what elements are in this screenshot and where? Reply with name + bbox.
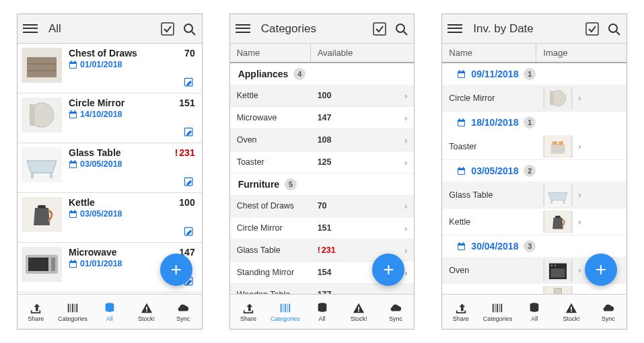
nav-all[interactable]: All (91, 295, 128, 329)
list-item[interactable]: Kettle 03/05/2018 100 (17, 193, 202, 243)
group-count: 5 (285, 178, 297, 190)
nav-share[interactable]: Share (442, 295, 479, 329)
table-row[interactable]: Oven 108 › (230, 129, 415, 151)
nav-share[interactable]: Share (17, 295, 55, 329)
grid-header: Name Image (442, 44, 627, 63)
screen-all: All Chest of Draws 01/01/2018 70 Circle … (17, 13, 203, 330)
item-thumbnail (22, 247, 62, 282)
cell-image (543, 211, 578, 233)
page-title: Inv. by Date (469, 22, 578, 36)
cell-image (543, 286, 578, 295)
edit-icon[interactable] (183, 176, 195, 188)
group-count: 2 (524, 165, 536, 177)
add-button[interactable]: + (160, 254, 192, 286)
item-date: 01/01/2018 (69, 259, 171, 268)
nav-sync[interactable]: Sync (165, 295, 202, 329)
chevron-right-icon: › (578, 190, 581, 200)
item-date: 03/05/2018 (69, 159, 171, 169)
add-button[interactable]: + (372, 254, 404, 286)
cell-image (543, 259, 578, 282)
chevron-right-icon: › (404, 268, 407, 278)
select-mode-icon[interactable] (372, 22, 387, 36)
cell-available: 147 (318, 113, 404, 122)
cell-available: 108 (318, 135, 404, 145)
item-thumbnail (22, 98, 62, 132)
cell-name: Kettle (449, 217, 543, 227)
nav-all[interactable]: All (516, 295, 553, 329)
edit-icon[interactable] (183, 226, 195, 238)
category-group[interactable]: Furniture5 (230, 174, 415, 195)
topbar: Categories (230, 14, 415, 44)
cell-image (543, 184, 578, 206)
table-row[interactable]: Toaster 125 › (230, 151, 415, 174)
item-title: Circle Mirror (69, 98, 171, 108)
menu-icon[interactable] (236, 22, 250, 36)
select-mode-icon[interactable] (160, 22, 175, 36)
add-button[interactable]: + (585, 254, 617, 286)
cell-available: 70 (318, 201, 404, 211)
search-icon[interactable] (182, 22, 196, 36)
search-icon[interactable] (394, 22, 408, 36)
item-title: Microwave (69, 247, 171, 258)
table-row[interactable]: Kettle 100 › (230, 85, 415, 107)
item-thumbnail (22, 147, 62, 182)
cell-name: Kettle (237, 91, 318, 100)
cell-available: 151 (318, 223, 404, 233)
date-group[interactable]: 03/05/20182 (442, 160, 627, 182)
table-row[interactable]: Chest of Draws 70 › (230, 195, 415, 217)
topbar: Inv. by Date (442, 14, 627, 44)
bottom-nav: Share Categories All Stock! Sync (17, 294, 202, 329)
nav-categories[interactable]: Categories (479, 295, 516, 329)
list-item[interactable]: Chest of Draws 01/01/2018 70 (17, 44, 202, 93)
screen-categories: Categories Name Available Appliances4 Ke… (229, 13, 415, 330)
search-icon[interactable] (606, 22, 621, 36)
cell-name: Standing Mirror (237, 268, 318, 277)
date-group[interactable]: 09/11/20181 (442, 63, 627, 85)
item-thumbnail (22, 197, 62, 232)
select-mode-icon[interactable] (585, 22, 600, 36)
cell-image (543, 135, 578, 158)
chevron-right-icon: › (578, 141, 581, 151)
nav-sync[interactable]: Sync (589, 295, 627, 329)
chevron-right-icon: › (578, 265, 581, 275)
chevron-right-icon: › (404, 113, 407, 123)
menu-icon[interactable] (448, 22, 462, 36)
col-available: Available (311, 44, 415, 62)
table-row[interactable]: Toaster › (442, 133, 627, 160)
cell-name: Toaster (449, 142, 543, 151)
col-name: Name (442, 44, 536, 62)
group-count: 1 (524, 68, 536, 80)
chevron-right-icon: › (404, 201, 407, 211)
chevron-right-icon: › (578, 217, 581, 227)
bottom-nav: Share Categories All Stock! Sync (442, 294, 627, 329)
edit-icon[interactable] (183, 126, 195, 139)
chevron-right-icon: › (404, 157, 407, 167)
cell-name: Glass Table (237, 245, 318, 255)
table-row[interactable]: Circle Mirror › (442, 85, 627, 112)
nav-categories[interactable]: Categories (55, 295, 92, 329)
item-date: 14/10/2018 (69, 110, 171, 119)
cell-available: 100 (318, 91, 404, 100)
category-group[interactable]: Appliances4 (230, 63, 415, 85)
table-row[interactable]: Circle Mirror 151 › (230, 217, 415, 239)
table-row[interactable]: Microwave 147 › (230, 107, 415, 129)
col-name: Name (230, 44, 311, 62)
menu-icon[interactable] (23, 22, 38, 36)
cell-name: Glass Table (449, 190, 543, 200)
nav-categories[interactable]: Categories (266, 295, 303, 329)
nav-stock[interactable]: Stock! (341, 295, 378, 329)
nav-stock[interactable]: Stock! (128, 295, 165, 329)
nav-share[interactable]: Share (230, 295, 267, 329)
date-group[interactable]: 18/10/20181 (442, 112, 627, 133)
nav-all[interactable]: All (303, 295, 341, 329)
list-item[interactable]: Circle Mirror 14/10/2018 151 (17, 93, 202, 143)
table-row[interactable]: Glass Table › (442, 182, 627, 208)
list-item[interactable]: Glass Table 03/05/2018 !231 (17, 143, 202, 193)
nav-sync[interactable]: Sync (378, 295, 415, 329)
edit-icon[interactable] (183, 77, 195, 89)
table-row[interactable]: Kettle › (442, 208, 627, 235)
cell-name: Circle Mirror (449, 93, 543, 103)
cell-available: 125 (318, 157, 404, 167)
nav-stock[interactable]: Stock! (553, 295, 590, 329)
chevron-right-icon: › (404, 91, 407, 101)
